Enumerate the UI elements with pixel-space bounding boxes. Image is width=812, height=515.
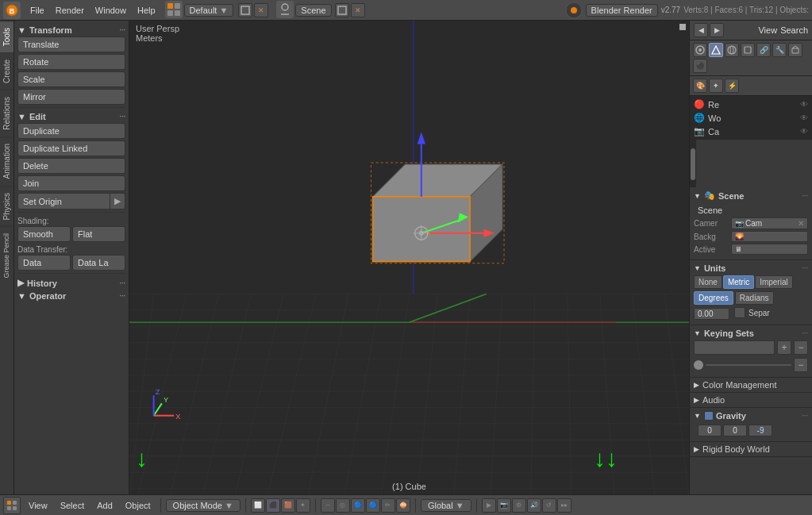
scene-close-btn[interactable]: ✕ — [351, 3, 365, 17]
tab-relations[interactable]: Relations — [0, 90, 13, 136]
background-value[interactable]: 🌄 — [731, 231, 808, 242]
gravity-z[interactable]: -9 — [749, 425, 772, 436]
radians-btn[interactable]: Radians — [735, 291, 774, 305]
units-section-header[interactable]: ▼ Units ··· — [694, 263, 808, 273]
scale-btn[interactable]: Scale — [17, 71, 125, 87]
rotate-btn[interactable]: Rotate — [17, 54, 125, 70]
tab-grease-pencil[interactable]: Grease Pencil — [0, 226, 13, 285]
viewport-close-btn[interactable]: ✕ — [254, 3, 268, 17]
tab-create[interactable]: Create — [0, 52, 13, 90]
material-props-icon[interactable]: ⚫ — [693, 59, 707, 73]
history-section-header[interactable]: ▶ History ··· — [17, 276, 125, 290]
render-engine-selector[interactable]: Blender Render — [586, 4, 658, 17]
tab-physics[interactable]: Physics — [0, 186, 13, 226]
bottom-menu-add[interactable]: Add — [92, 499, 117, 512]
extra-icon[interactable]: ▸▸ — [557, 498, 571, 513]
object-mode-select[interactable]: Object Mode ▼ — [166, 499, 241, 512]
sync-icon[interactable]: ↺ — [542, 498, 556, 513]
right-panel-scrollbar[interactable] — [690, 140, 696, 187]
delete-btn[interactable]: Delete — [17, 158, 125, 174]
keying-remove-btn[interactable]: − — [794, 340, 808, 355]
bottom-menu-view[interactable]: View — [24, 499, 52, 512]
duplicate-btn[interactable]: Duplicate — [17, 123, 125, 139]
timeline-icon[interactable]: ▶ — [482, 498, 496, 513]
duplicate-linked-btn[interactable]: Duplicate Linked — [17, 140, 125, 156]
mode-selector[interactable]: Default ▼ — [184, 4, 234, 17]
data-la-btn[interactable]: Data La — [72, 255, 125, 271]
gravity-y[interactable]: 0 — [723, 425, 747, 436]
texture-shading-icon[interactable]: 🟫 — [281, 498, 295, 513]
degrees-btn[interactable]: Degrees — [694, 291, 733, 305]
solid-shading-icon[interactable]: ⬛ — [266, 498, 280, 513]
modifier-props-icon[interactable]: 🔧 — [772, 43, 787, 57]
menu-file[interactable]: File — [25, 4, 49, 17]
gravity-section-header[interactable]: ▼ Gravity ··· — [694, 411, 808, 421]
audio-section[interactable]: ▶ Audio — [690, 393, 812, 408]
tree-item-render[interactable]: 🔴 Re 👁 — [690, 98, 812, 111]
scene-selector[interactable]: Scene — [295, 4, 331, 17]
units-imperial-btn[interactable]: Imperial — [755, 275, 793, 289]
flat-btn[interactable]: Flat — [72, 226, 125, 242]
data-btn[interactable]: Data — [17, 255, 71, 271]
menu-help[interactable]: Help — [133, 4, 160, 17]
units-none-btn[interactable]: None — [694, 275, 722, 289]
global-select[interactable]: Global ▼ — [421, 499, 471, 512]
scrollbar-thumb[interactable] — [691, 148, 695, 180]
object-props-icon[interactable] — [741, 43, 755, 57]
right-panel-icon-1[interactable]: ◀ — [694, 23, 708, 37]
world-props-icon[interactable] — [725, 43, 739, 57]
bottom-editor-icon[interactable] — [3, 497, 21, 514]
wire-shading-icon[interactable]: ⬜ — [251, 498, 265, 513]
render-props-icon[interactable] — [693, 43, 707, 57]
keying-minus-btn2[interactable]: − — [794, 358, 808, 372]
snap-icon[interactable]: 🔵 — [351, 498, 365, 513]
operator-section-header[interactable]: ▼ Operator ··· — [17, 290, 125, 302]
set-origin-arrow[interactable]: ▶ — [110, 194, 125, 209]
scene-props-icon[interactable] — [709, 43, 723, 57]
tree-item-camera[interactable]: 📷 Ca 👁 — [690, 125, 812, 138]
gravity-x[interactable]: 0 — [698, 425, 722, 436]
onion-skin-icon[interactable]: 🧅 — [396, 498, 410, 513]
scene-maximize-btn[interactable] — [335, 3, 349, 17]
scene-section-header[interactable]: ▼ 🎭 Scene ··· — [694, 190, 808, 201]
smooth-btn[interactable]: Smooth — [17, 226, 71, 242]
gravity-checkbox[interactable] — [704, 411, 714, 421]
constraint-props-icon[interactable]: 🔗 — [756, 43, 771, 57]
physics-props-icon[interactable]: ⚡ — [725, 79, 739, 93]
keying-sets-header[interactable]: ▼ Keying Sets ··· — [694, 329, 808, 338]
scale-value[interactable]: 0.00 — [694, 308, 729, 320]
separate-checkbox[interactable] — [734, 307, 745, 318]
units-metric-btn[interactable]: Metric — [723, 275, 754, 289]
keying-input[interactable] — [694, 340, 775, 355]
search-label[interactable]: Search — [780, 25, 808, 35]
viewport[interactable]: User Persp Meters — [129, 21, 689, 494]
menu-render[interactable]: Render — [51, 4, 89, 17]
particles-props-icon[interactable]: ✦ — [709, 79, 723, 93]
transform-section-header[interactable]: ▼ Transform ··· — [17, 24, 125, 37]
right-panel-icon-2[interactable]: ▶ — [710, 23, 724, 37]
bottom-menu-object[interactable]: Object — [121, 499, 156, 512]
menu-window[interactable]: Window — [90, 4, 131, 17]
render-shading-icon[interactable]: ✦ — [296, 498, 310, 513]
translate-btn[interactable]: Translate — [17, 37, 125, 52]
viewport-maximize-btn[interactable] — [238, 3, 252, 17]
mirror-btn[interactable]: Mirror — [17, 89, 125, 105]
bottom-menu-select[interactable]: Select — [56, 499, 90, 512]
texture-props-icon[interactable]: 🎨 — [693, 79, 707, 93]
set-origin-btn[interactable]: Set Origin — [18, 194, 110, 209]
tab-tools[interactable]: Tools — [0, 21, 13, 52]
settings-icon[interactable]: ⚙ — [512, 498, 526, 513]
view-label[interactable]: View — [758, 25, 777, 35]
data-props-icon[interactable] — [788, 43, 802, 57]
audio-icon[interactable]: 🔊 — [527, 498, 541, 513]
rigid-body-section[interactable]: ▶ Rigid Body World — [690, 442, 812, 457]
edit-section-header[interactable]: ▼ Edit ··· — [17, 110, 125, 123]
active-value[interactable]: 🖥 — [731, 244, 808, 255]
color-management-section[interactable]: ▶ Color Management — [690, 378, 812, 393]
camera-value[interactable]: 📷 Cam ✕ — [731, 217, 808, 229]
transform-orient-icon[interactable]: ↔ — [321, 498, 335, 513]
keying-add-btn[interactable]: + — [777, 340, 791, 355]
grease-pencil-icon[interactable]: ✏ — [381, 498, 395, 513]
tab-animation[interactable]: Animation — [0, 136, 13, 185]
join-btn[interactable]: Join — [17, 175, 125, 191]
